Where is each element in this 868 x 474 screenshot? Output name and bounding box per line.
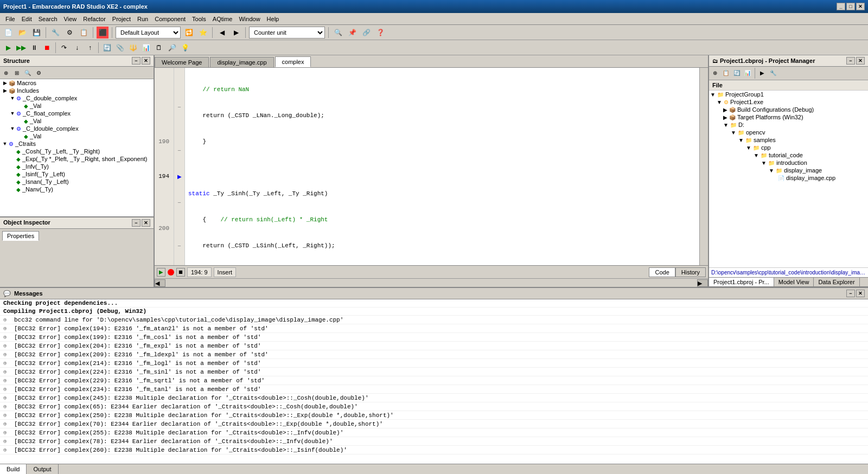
ft-display-image-cpp[interactable]: 📄 display_image.cpp <box>709 174 868 182</box>
structure-minimize[interactable]: − <box>132 57 141 65</box>
ft-d-expand[interactable]: ▼ <box>723 122 729 128</box>
layout-btn1[interactable]: 🔁 <box>183 27 195 39</box>
tree-item-c-double-val[interactable]: ◆ _Val <box>0 102 154 110</box>
menu-help[interactable]: Help <box>264 15 283 23</box>
btm-tab-output[interactable]: Output <box>27 464 58 474</box>
tb-misc6[interactable]: 📎 <box>114 42 126 54</box>
ft-smp-expand[interactable]: ▼ <box>738 137 744 143</box>
pm-btn3[interactable]: 🔄 <box>732 68 742 78</box>
tree-item-c-float-val[interactable]: ◆ _Val <box>0 117 154 125</box>
gc-16[interactable]: − <box>174 198 184 207</box>
c-double-expand[interactable]: ▼ <box>9 95 16 101</box>
ft-introduction[interactable]: ▼ 📁 introduction <box>709 159 868 166</box>
run-indicator[interactable]: ▶ <box>157 268 165 277</box>
gc-5[interactable]: − <box>174 103 184 111</box>
close-button[interactable]: ✕ <box>856 3 865 10</box>
toolbar-misc2[interactable]: 📌 <box>346 27 358 39</box>
pm-btn1[interactable]: ⊕ <box>710 68 720 78</box>
toolbar-btn3[interactable]: ⚙ <box>63 27 75 39</box>
tree-item-c-double[interactable]: ▼ ⚙ _C_double_complex <box>0 94 154 102</box>
menu-aqtime[interactable]: AQtime <box>209 15 236 23</box>
ft-opencv[interactable]: ▼ 📁 opencv <box>709 129 868 136</box>
tree-item-cosh[interactable]: ◆ _Cosh(_Ty _Left, _Ty _Right) <box>0 148 154 155</box>
maximize-button[interactable]: □ <box>846 3 855 10</box>
tree-item-isnan[interactable]: ◆ _Isnan(_Ty _Left) <box>0 178 154 185</box>
gc-21[interactable]: − <box>174 241 184 250</box>
menu-tools[interactable]: Tools <box>189 15 209 23</box>
ft-projectgroup[interactable]: ▼ 📁 ProjectGroup1 <box>709 91 868 98</box>
tree-item-includes[interactable]: ▶ 📦 Includes <box>0 87 154 94</box>
pause-button[interactable]: ⏸ <box>28 42 40 54</box>
ft-tc-expand[interactable]: ▼ <box>754 152 759 158</box>
menu-file[interactable]: File <box>2 15 18 23</box>
menu-edit[interactable]: Edit <box>18 15 35 23</box>
step-out[interactable]: ↑ <box>84 42 96 54</box>
ft-build-configs[interactable]: ▶ 📦 Build Configurations (Debug) <box>709 106 868 113</box>
new-button[interactable]: 📄 <box>2 27 14 39</box>
ft-display-image[interactable]: ▼ 📁 display_image <box>709 166 868 174</box>
menu-window[interactable]: Window <box>235 15 263 23</box>
tb-misc10[interactable]: 🔎 <box>166 42 178 54</box>
code-vscrollbar[interactable] <box>699 68 708 265</box>
save-button[interactable]: 💾 <box>30 27 42 39</box>
counter-dropdown[interactable]: Counter unit <box>249 27 325 39</box>
ft-samples[interactable]: ▼ 📁 samples <box>709 136 868 144</box>
toolbar-misc1[interactable]: 🔍 <box>332 27 344 39</box>
step-over[interactable]: ↷ <box>58 42 70 54</box>
hscroll-track[interactable] <box>165 279 697 287</box>
structure-close[interactable]: ✕ <box>142 57 150 65</box>
layout-dropdown[interactable]: Default Layout <box>116 27 181 39</box>
pm-close[interactable]: ✕ <box>856 57 865 65</box>
tree-item-c-ldouble-val[interactable]: ◆ _Val <box>0 132 154 140</box>
minimize-button[interactable]: _ <box>837 3 845 10</box>
tab-history[interactable]: History <box>675 267 706 277</box>
str-toolbar-btn4[interactable]: ⚙ <box>34 68 43 78</box>
tree-item-macros[interactable]: ▶ 📦 Macros <box>0 79 154 87</box>
run-button[interactable]: ▶ <box>2 42 14 54</box>
tab-code[interactable]: Code <box>649 267 675 277</box>
str-toolbar-btn1[interactable]: ⊕ <box>1 68 11 78</box>
oi-minimize[interactable]: − <box>132 219 141 227</box>
pm-btn4[interactable]: 📊 <box>743 68 752 78</box>
toolbar-btn2[interactable]: 🔧 <box>49 27 61 39</box>
tb-misc9[interactable]: 🗒 <box>153 42 165 54</box>
includes-expand[interactable]: ▶ <box>1 88 9 93</box>
run-btn2[interactable]: ▶▶ <box>15 42 27 54</box>
back-button[interactable]: ◀ <box>216 27 228 39</box>
pm-btn2[interactable]: 📋 <box>721 68 731 78</box>
stop-button[interactable]: ⬛ <box>97 27 108 39</box>
pm-btn6[interactable]: 🔧 <box>768 68 778 78</box>
menu-refactor[interactable]: Refactor <box>80 15 109 23</box>
menu-component[interactable]: Component <box>151 15 189 23</box>
tree-item-c-float[interactable]: ▼ ⚙ _C_float_complex <box>0 110 154 117</box>
oi-close[interactable]: ✕ <box>142 219 150 227</box>
ft-ocv-expand[interactable]: ▼ <box>731 130 736 136</box>
str-toolbar-btn3[interactable]: 🔍 <box>23 68 33 78</box>
menu-run[interactable]: Run <box>134 15 151 23</box>
stop-run-button[interactable]: ⏹ <box>41 42 53 54</box>
tree-item-nanv[interactable]: ◆ _Nanv(_Ty) <box>0 185 154 193</box>
msg-minimize[interactable]: − <box>846 290 855 297</box>
ft-d[interactable]: ▼ 📁 D: <box>709 121 868 129</box>
tab-welcome[interactable]: Welcome Page <box>155 57 209 67</box>
ft-p1-expand[interactable]: ▼ <box>717 99 722 105</box>
toolbar-btn4[interactable]: 📋 <box>78 27 90 39</box>
btm-tab-build[interactable]: Build <box>0 464 27 474</box>
code-hscrollbar[interactable]: ◀ ▶ <box>155 278 708 287</box>
ft-tutorial-code[interactable]: ▼ 📁 tutorial_code <box>709 151 868 159</box>
right-tab-model[interactable]: Model View <box>774 278 814 286</box>
hscroll-right[interactable]: ▶ <box>697 279 708 287</box>
stop-indicator[interactable]: ⏹ <box>176 268 185 277</box>
tree-item-isinf[interactable]: ◆ _Isinf(_Ty _Left) <box>0 170 154 178</box>
ft-di-expand[interactable]: ▼ <box>769 168 774 174</box>
hscroll-left[interactable]: ◀ <box>155 279 165 287</box>
menu-view[interactable]: View <box>61 15 80 23</box>
open-button[interactable]: 📂 <box>16 27 28 39</box>
ctraits-expand[interactable]: ▼ <box>1 141 9 146</box>
pm-minimize[interactable]: − <box>846 57 855 65</box>
ft-bc-expand[interactable]: ▶ <box>723 107 727 113</box>
toolbar-misc4[interactable]: ❓ <box>374 27 386 39</box>
macros-expand[interactable]: ▶ <box>1 80 9 86</box>
right-tab-data[interactable]: Data Explorer <box>814 278 859 286</box>
ft-cpp-expand[interactable]: ▼ <box>746 145 751 151</box>
